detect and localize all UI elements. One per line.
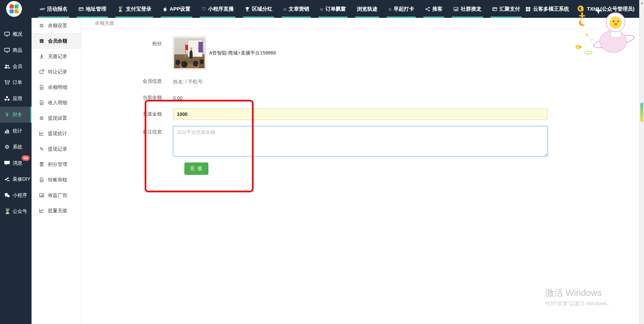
topnav-region-dividend[interactable]: 区域分红 <box>243 0 274 18</box>
sidebar-item-finance[interactable]: ¥财务 <box>0 107 32 123</box>
account-menu[interactable]: TXHL(公众号管理员) <box>579 6 634 12</box>
submenu-income-details[interactable]: 收入明细 <box>32 95 81 110</box>
topnav-alipay-login[interactable]: ⌛支付宝登录 <box>116 0 153 18</box>
remark-label: 备注信息 <box>81 126 173 156</box>
sidebar-item-official-account[interactable]: ⌛公众号 <box>0 203 32 219</box>
sidebar-item-apps[interactable]: 应用 <box>0 91 32 107</box>
circle-icon: ○ <box>283 7 287 12</box>
monitor-icon <box>4 47 10 53</box>
billing-card-icon <box>492 7 497 12</box>
sidebar-label: 应用 <box>13 96 22 102</box>
download-icon <box>39 54 44 59</box>
topnav-label: 社群接龙 <box>461 6 481 12</box>
topnav-address-management[interactable]: 地址管理 <box>77 0 108 18</box>
sidebar-item-messages[interactable]: 消息54 <box>0 155 32 171</box>
scrollbar-up-arrow-icon[interactable] <box>641 2 643 4</box>
submenu-label: 提现记录 <box>48 146 67 152</box>
sidebar-item-orders[interactable]: 订单 <box>0 74 32 91</box>
finance-submenu: ⚙余额设置 会员余额 充值记录 转让记录 余额明细 收入明细 ⚙提现设置 提现统… <box>32 18 81 324</box>
member-info-label: 会员信息 <box>81 78 173 85</box>
submenu-label: 充值记录 <box>48 53 67 60</box>
submenu-transfer-audit[interactable]: 转账审核 <box>32 172 81 188</box>
sidebar-label: 会员 <box>13 63 22 70</box>
submenu-label: 收入明细 <box>48 100 67 106</box>
fan-info: A曾智聪-商城+直播平台159868 <box>173 37 276 69</box>
topnav-early-checkin[interactable]: ○早起打卡 <box>387 0 416 18</box>
sidebar-item-products[interactable]: 商品 <box>0 42 32 58</box>
recharge-submit-button[interactable]: 充 值 <box>184 163 208 175</box>
submenu-balance-details[interactable]: 余额明细 <box>32 80 81 95</box>
sidebar-item-members[interactable]: 会员 <box>0 58 32 74</box>
logo-grid-icon <box>10 4 19 13</box>
bar-chart-icon <box>4 128 10 134</box>
topnav-browse-track[interactable]: 浏览轨迹 <box>355 0 379 18</box>
topnav-huiju-pay[interactable]: 汇聚支付 <box>490 0 522 18</box>
line-chart-icon <box>39 131 44 136</box>
gear-icon: ⚙ <box>4 144 10 150</box>
topnav-activity-signup[interactable]: 活动报名 <box>38 0 69 18</box>
monitor-icon <box>4 31 10 37</box>
sidebar-item-miniprogram[interactable]: 小程序 <box>0 187 32 203</box>
pencil-icon: ✎ <box>39 146 44 152</box>
topnav-label: 小程序直播 <box>208 6 234 12</box>
submenu-label: 积分管理 <box>48 161 67 168</box>
submenu-withdraw-settings[interactable]: ⚙提现设置 <box>32 110 81 126</box>
topnav-app-settings[interactable]: APP设置 <box>161 0 192 18</box>
sidebar-label: 装修DIY <box>13 176 30 182</box>
account-name-label: TXHL(公众号管理员) <box>587 6 634 12</box>
scrollbar-thumb[interactable] <box>640 103 643 122</box>
topnav-label: APP设置 <box>170 6 191 12</box>
share-icon <box>425 7 430 12</box>
submenu-label: 余额设置 <box>48 23 67 29</box>
submenu-withdraw-records[interactable]: ✎提现记录 <box>32 141 81 157</box>
submenu-label: 余额明细 <box>48 84 67 91</box>
submenu-label: 提现统计 <box>48 131 67 137</box>
circle-icon: ○ <box>320 7 323 12</box>
topnav-article-marketing[interactable]: ○文章营销 <box>282 0 311 18</box>
app-logo[interactable] <box>6 1 22 17</box>
submenu-batch-recharge[interactable]: 批量充值 <box>32 203 81 218</box>
recharge-amount-label: 充值金额 <box>81 108 173 120</box>
top-nav: 活动报名 地址管理 ⌛支付宝登录 APP设置 ♡小程序直播 区域分红 ○文章营销… <box>34 0 525 18</box>
page-scrollbar[interactable] <box>639 0 644 324</box>
sidebar-item-decoration-diy[interactable]: 装修DIY <box>0 171 32 187</box>
sidebar-item-system[interactable]: ⚙系统 <box>0 139 32 155</box>
hourglass-icon: ⌛ <box>4 209 10 214</box>
user-icon <box>579 7 584 12</box>
sidebar-item-overview[interactable]: 概况 <box>0 26 32 42</box>
submenu-member-balance[interactable]: 会员余额 <box>32 33 81 49</box>
topnav-label: 推客 <box>432 6 442 12</box>
users-icon <box>4 63 10 69</box>
sidebar-item-statistics[interactable]: 统计 <box>0 123 32 139</box>
image-icon <box>39 193 44 198</box>
topnav-label: 地址管理 <box>86 6 106 12</box>
submenu-points-management[interactable]: 积分管理 <box>32 157 81 172</box>
submenu-recharge-records[interactable]: 充值记录 <box>32 49 81 64</box>
submenu-balance-settings[interactable]: ⚙余额设置 <box>32 18 81 33</box>
submenu-label: 批量充值 <box>48 208 67 214</box>
current-balance-value: 0.00 <box>173 95 182 101</box>
topnav-group-relay[interactable]: 社群接龙 <box>452 0 483 18</box>
submenu-revenue-ads[interactable]: 收益广告 <box>32 188 81 203</box>
submenu-withdraw-statistics[interactable]: 提现统计 <box>32 126 81 141</box>
fan-avatar-photo <box>174 38 205 68</box>
hourglass-icon: ⌛ <box>117 7 124 12</box>
topnav-order-popup[interactable]: ○订单飘窗 <box>318 0 348 18</box>
topnav-label: 汇聚支付 <box>499 6 520 12</box>
comment-icon <box>4 160 10 166</box>
submenu-label: 转让记录 <box>48 69 67 75</box>
topnav-promoter[interactable]: 推客 <box>423 0 444 18</box>
topnav-label: 浏览轨迹 <box>357 6 377 12</box>
fan-row: 粉丝 A曾智聪-商城+直播平台159868 <box>81 37 639 69</box>
recharge-amount-input[interactable] <box>173 108 548 120</box>
cubes-icon <box>4 96 10 101</box>
topnav-label: 文章营销 <box>289 6 309 12</box>
topnav-miniprogram-live[interactable]: ♡小程序直播 <box>200 0 235 18</box>
submit-row: 充 值 <box>81 163 639 175</box>
submenu-transfer-records[interactable]: 转让记录 <box>32 64 81 80</box>
balance-recharge-form: 粉丝 A曾智聪-商城+直播平台159868 会员信息 姓名: / 手机号: <box>81 29 639 175</box>
system-switcher[interactable]: 云客多模王系统 <box>525 6 569 12</box>
message-count-badge: 54 <box>22 155 30 161</box>
remark-textarea[interactable] <box>173 126 548 156</box>
trophy-icon <box>245 7 250 12</box>
